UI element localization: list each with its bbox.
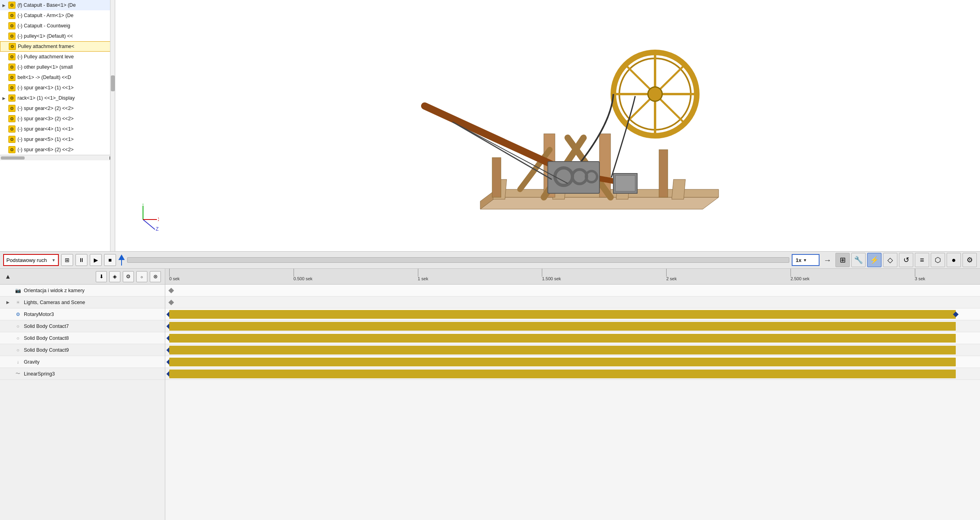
loop-button[interactable]: ↺ — [899, 253, 913, 267]
tl-label-text-orientation: Orientacja i widok z kamery — [24, 288, 85, 293]
row-icon-gravity: ↓ — [14, 358, 21, 366]
expand-arrow-rack1[interactable]: ▶ — [2, 96, 8, 100]
tl-label-text-contact9: Solid Body Contact9 — [24, 347, 69, 353]
diamond-icon: ◇ — [887, 256, 893, 264]
tl-label-contact9[interactable]: ○Solid Body Contact9 — [0, 344, 165, 356]
tl-label-spring3[interactable]: 〜LinearSpring3 — [0, 368, 165, 380]
row-icon-spring3: 〜 — [14, 370, 21, 377]
speed-label: 1x — [796, 257, 801, 263]
ruler-label-1.500-sek: 1.500 sek — [542, 276, 561, 281]
sidebar-item-text-other-pulley: (-) other pulley<1> (small — [17, 64, 73, 70]
sidebar-item-spur-gear5[interactable]: ⚙(-) spur gear<5> (1) <<1> — [0, 134, 115, 144]
tl-track-gravity[interactable] — [165, 356, 980, 368]
row-icon-contact9: ○ — [14, 347, 21, 354]
tl-label-contact7[interactable]: ○Solid Body Contact7 — [0, 320, 165, 332]
sidebar-item-rack1[interactable]: ▶⚙rack<1> (1) <<1>_Display — [0, 93, 115, 103]
tl-label-contact8[interactable]: ○Solid Body Contact8 — [0, 332, 165, 344]
sidebar-item-spur-gear1[interactable]: ⚙(-) spur gear<1> (1) <<1> — [0, 83, 115, 93]
sidebar-item-spur-gear6[interactable]: ⚙(-) spur gear<6> (2) <<2> — [0, 144, 115, 155]
sidebar-item-belt1[interactable]: ⚙belt<1> -> (Default) <<D — [0, 72, 115, 83]
row-icon-contact8: ○ — [14, 335, 21, 342]
settings-icon: ⚙ — [966, 256, 973, 264]
sidebar-item-catapult-base[interactable]: ▶⚙(f) Catapult - Base<1> (De — [0, 0, 115, 10]
ruler-label-2-sek: 2 sek — [666, 276, 677, 281]
play-back-button[interactable]: ⏸ — [75, 254, 87, 266]
table-icon: ⊞ — [65, 257, 70, 263]
sidebar-item-text-belt1: belt<1> -> (Default) <<D — [17, 75, 71, 80]
anim-bar-rotary-motor — [169, 310, 956, 319]
arrow-button[interactable]: → — [822, 256, 833, 265]
playhead-track[interactable] — [127, 257, 789, 263]
anim-bar-contact9 — [169, 346, 956, 354]
sidebar-item-pulley-frame[interactable]: ⚙Pulley attachment frame< — [0, 41, 115, 52]
wrench-icon: 🔧 — [854, 256, 863, 264]
tl-label-orientation[interactable]: 📷Orientacja i widok z kamery — [0, 285, 165, 297]
timeline-label-rows: 📷Orientacja i widok z kamery▶☀Lights, Ca… — [0, 285, 165, 520]
sidebar-item-catapult-cw[interactable]: ⚙(-) Catapult - Countweig — [0, 21, 115, 31]
anim-settings-button[interactable]: ⚙ — [123, 271, 134, 282]
gear-icon-catapult-arm: ⚙ — [8, 12, 16, 19]
lightning-button[interactable]: ⚡ — [867, 253, 881, 267]
tl-label-rotary-motor[interactable]: ⚙RotaryMotor3 — [0, 308, 165, 320]
sidebar-item-catapult-arm[interactable]: ⚙(-) Catapult - Arm<1> (De — [0, 10, 115, 21]
filter-button[interactable]: ⬇ — [96, 271, 107, 282]
timeline-labels-panel: ▲ ⬇ ◈ ⚙ ⬦ ⊛ 📷Orientacja i widok z kamery… — [0, 269, 165, 520]
main-area: ▶⚙(f) Catapult - Base<1> (De ⚙(-) Catapu… — [0, 0, 980, 251]
ruler-label-0.500-sek: 0.500 sek — [294, 276, 313, 281]
sidebar-item-pulley-lever[interactable]: ⚙(-) Pulley attachment leve — [0, 52, 115, 62]
speed-dropdown[interactable]: 1x ▼ — [792, 254, 820, 266]
tl-track-spring3[interactable] — [165, 368, 980, 380]
tl-label-gravity[interactable]: ↓Gravity — [0, 356, 165, 368]
sidebar-item-spur-gear3[interactable]: ⚙(-) spur gear<3> (2) <<2> — [0, 114, 115, 124]
more-icon: ⊛ — [153, 273, 158, 279]
more-button[interactable]: ⊛ — [150, 271, 161, 282]
layers-button[interactable]: ≡ — [915, 253, 929, 267]
tl-track-rotary-motor[interactable] — [165, 308, 980, 320]
coordinate-axes: Z Y X — [127, 204, 159, 235]
sidebar-item-spur-gear4[interactable]: ⚙(-) spur gear<4> (1) <<1> — [0, 124, 115, 134]
expand-arrow-catapult-base[interactable]: ▶ — [2, 3, 8, 8]
diamond-button[interactable]: ◇ — [883, 253, 897, 267]
stop-button[interactable]: ■ — [104, 254, 116, 266]
sphere-button[interactable]: ● — [947, 253, 961, 267]
gear-icon-spur-gear6: ⚙ — [8, 146, 16, 154]
keyframe-orientation — [168, 288, 174, 293]
sidebar-item-pulley1[interactable]: ⚙(-) pulley<1> (Default) << — [0, 31, 115, 41]
sidebar-item-text-spur-gear6: (-) spur gear<6> (2) <<2> — [17, 147, 73, 152]
gear-icon-pulley-lever: ⚙ — [8, 53, 16, 61]
record-button[interactable]: ⊞ — [835, 253, 850, 267]
ruler-label-3-sek: 3 sek — [915, 276, 925, 281]
expand-arrow-lights[interactable]: ▶ — [6, 300, 12, 304]
anim-bar-spring3 — [169, 370, 956, 378]
gear-icon-pulley1: ⚙ — [8, 32, 16, 40]
settings-button[interactable]: ⚙ — [963, 253, 977, 267]
sidebar-item-other-pulley[interactable]: ⚙(-) other pulley<1> (small — [0, 62, 115, 72]
gear-icon-spur-gear5: ⚙ — [8, 135, 16, 143]
sidebar-item-text-catapult-base: (f) Catapult - Base<1> (De — [17, 2, 76, 8]
play-button[interactable]: ▶ — [90, 254, 102, 266]
row-icon-contact7: ○ — [14, 323, 21, 330]
gear-icon-spur-gear2: ⚙ — [8, 104, 16, 112]
tl-track-orientation[interactable] — [165, 285, 980, 297]
sidebar-vscroll[interactable] — [110, 0, 115, 251]
motion-dropdown[interactable]: Podstawowy ruch ▼ — [3, 254, 59, 266]
tl-label-text-spring3: LinearSpring3 — [24, 371, 55, 377]
sidebar-item-spur-gear2[interactable]: ⚙(-) spur gear<2> (2) <<2> — [0, 103, 115, 114]
anim-settings-icon: ⚙ — [126, 273, 131, 279]
tl-track-contact7[interactable] — [165, 320, 980, 332]
funnel-icon: ⬦ — [140, 273, 143, 279]
tl-track-contact8[interactable] — [165, 332, 980, 344]
tl-label-lights[interactable]: ▶☀Lights, Cameras and Scene — [0, 297, 165, 308]
collapse-all-button[interactable]: ▲ — [4, 273, 12, 281]
keyframe-nav-button[interactable]: ◈ — [109, 271, 120, 282]
sidebar-item-text-pulley-lever: (-) Pulley attachment leve — [17, 54, 74, 60]
svg-rect-38 — [121, 260, 122, 266]
funnel-button[interactable]: ⬦ — [136, 271, 147, 282]
calculate-button[interactable]: 🔧 — [851, 253, 866, 267]
sphere-icon: ● — [952, 256, 956, 264]
sidebar-hscroll[interactable]: ▶ — [0, 155, 115, 160]
tl-track-contact9[interactable] — [165, 344, 980, 356]
table-view-button[interactable]: ⊞ — [61, 254, 73, 266]
tl-track-lights[interactable] — [165, 297, 980, 308]
cylinder-button[interactable]: ⬡ — [931, 253, 945, 267]
